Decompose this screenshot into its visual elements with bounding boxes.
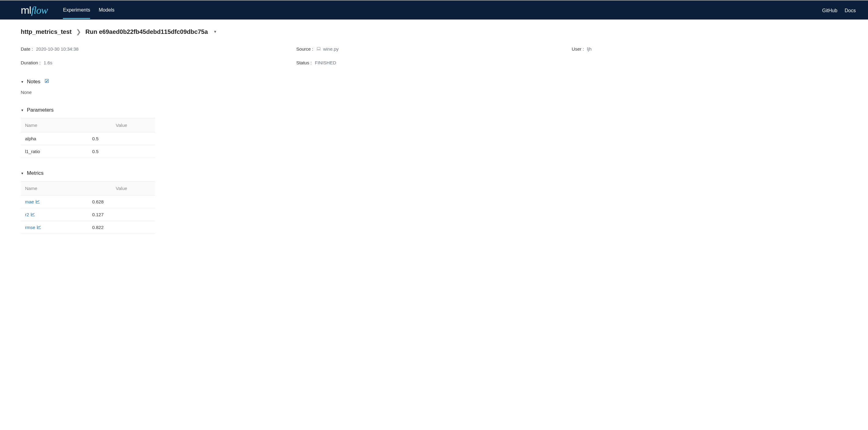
breadcrumb-separator-icon: ❯	[76, 28, 81, 35]
meta-user-label: User :	[572, 46, 584, 52]
table-row: mae0.628	[21, 196, 155, 208]
param-name: l1_ratio	[21, 145, 88, 158]
meta-date-label: Date :	[21, 46, 33, 52]
param-name: alpha	[21, 132, 88, 145]
section-metrics-header[interactable]: ▼ Metrics	[21, 170, 847, 176]
breadcrumb-run-prefix: Run	[86, 28, 97, 35]
table-row: r20.127	[21, 208, 155, 221]
metric-link[interactable]: rmse	[25, 225, 41, 230]
breadcrumb-run-id: e69aed0b22fb45debd115dfc09dbc75a	[99, 28, 208, 35]
table-header-row: Name Value	[21, 118, 155, 132]
table-row: rmse0.822	[21, 221, 155, 234]
metrics-table: Name Value mae0.628r20.127rmse0.822	[21, 181, 155, 234]
svg-rect-0	[317, 47, 320, 49]
nav-github[interactable]: GitHub	[822, 2, 837, 19]
section-notes-title: Notes	[27, 79, 40, 85]
section-parameters-title: Parameters	[27, 107, 54, 113]
breadcrumb: http_metrics_test ❯ Run e69aed0b22fb45de…	[21, 28, 847, 35]
chart-icon	[31, 212, 35, 217]
chart-icon	[37, 225, 41, 230]
metric-value: 0.822	[88, 221, 155, 234]
metric-value: 0.628	[88, 196, 155, 208]
logo-flow-text: flow	[31, 5, 48, 16]
meta-status-label: Status :	[296, 60, 312, 65]
metric-name-cell: r2	[21, 208, 88, 221]
meta-status-value: FINISHED	[315, 60, 336, 65]
meta-source: Source : wine.py	[296, 46, 572, 52]
param-value: 0.5	[88, 145, 155, 158]
meta-status: Status : FINISHED	[296, 60, 572, 65]
breadcrumb-run: Run e69aed0b22fb45debd115dfc09dbc75a	[86, 28, 208, 35]
nav-models[interactable]: Models	[99, 1, 115, 19]
laptop-icon	[316, 46, 322, 52]
col-value: Value	[88, 181, 155, 196]
meta-source-value: wine.py	[316, 46, 339, 52]
table-header-row: Name Value	[21, 181, 155, 196]
meta-date-value: 2020-10-30 10:34:38	[36, 46, 79, 52]
meta-user: User : ljh	[572, 46, 847, 52]
col-name: Name	[21, 118, 88, 132]
param-value: 0.5	[88, 132, 155, 145]
meta-duration-value: 1.6s	[44, 60, 52, 65]
metric-link[interactable]: mae	[25, 199, 40, 204]
meta-date: Date : 2020-10-30 10:34:38	[21, 46, 296, 52]
collapse-caret-icon: ▼	[21, 80, 24, 84]
main-nav: Experiments Models	[63, 1, 822, 19]
nav-docs[interactable]: Docs	[845, 2, 856, 19]
parameters-table: Name Value alpha0.5l1_ratio0.5	[21, 118, 155, 158]
meta-source-filename: wine.py	[323, 46, 339, 52]
metric-name-cell: mae	[21, 196, 88, 208]
section-metrics: ▼ Metrics Name Value mae0.628r20.127rmse…	[21, 170, 847, 234]
chart-icon	[36, 199, 40, 204]
section-notes: ▼ Notes None	[21, 79, 847, 95]
col-value: Value	[88, 118, 155, 132]
collapse-caret-icon: ▼	[21, 108, 24, 112]
run-meta-grid: Date : 2020-10-30 10:34:38 Source : wine…	[21, 46, 847, 65]
run-dropdown-caret-icon[interactable]: ▼	[213, 30, 217, 34]
metric-link[interactable]: r2	[25, 212, 35, 217]
section-metrics-title: Metrics	[27, 170, 44, 176]
notes-content: None	[21, 90, 847, 95]
nav-experiments[interactable]: Experiments	[63, 1, 90, 19]
breadcrumb-experiment-link[interactable]: http_metrics_test	[21, 28, 72, 35]
edit-notes-icon[interactable]	[44, 79, 49, 85]
logo-ml-text: ml	[21, 4, 31, 16]
section-parameters: ▼ Parameters Name Value alpha0.5l1_ratio…	[21, 107, 847, 158]
app-header: mlflow Experiments Models GitHub Docs	[0, 1, 868, 20]
main-content: http_metrics_test ❯ Run e69aed0b22fb45de…	[0, 20, 868, 255]
meta-duration-label: Duration :	[21, 60, 40, 65]
metric-name-cell: rmse	[21, 221, 88, 234]
section-notes-header[interactable]: ▼ Notes	[21, 79, 847, 85]
section-parameters-header[interactable]: ▼ Parameters	[21, 107, 847, 113]
mlflow-logo[interactable]: mlflow	[21, 4, 48, 16]
col-name: Name	[21, 181, 88, 196]
nav-right: GitHub Docs	[822, 2, 856, 19]
meta-source-label: Source :	[296, 46, 313, 52]
metric-name: mae	[25, 199, 34, 204]
meta-user-value: ljh	[587, 46, 591, 52]
metric-name: rmse	[25, 225, 35, 230]
metric-name: r2	[25, 212, 29, 217]
table-row: l1_ratio0.5	[21, 145, 155, 158]
metric-value: 0.127	[88, 208, 155, 221]
table-row: alpha0.5	[21, 132, 155, 145]
collapse-caret-icon: ▼	[21, 172, 24, 175]
meta-duration: Duration : 1.6s	[21, 60, 296, 65]
